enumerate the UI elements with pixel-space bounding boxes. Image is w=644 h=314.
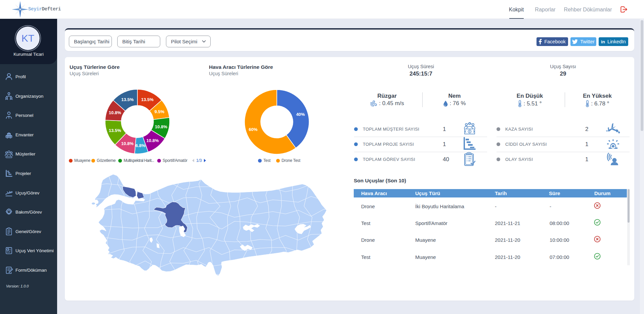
- svg-text:13.5%: 13.5%: [141, 97, 154, 102]
- svg-text:10.8%: 10.8%: [155, 124, 167, 129]
- svg-text:13.5%: 13.5%: [121, 97, 134, 102]
- svg-text:6.8%: 6.8%: [135, 143, 145, 148]
- svg-text:10.8%: 10.8%: [121, 141, 134, 146]
- svg-text:10.8%: 10.8%: [109, 110, 121, 115]
- svg-text:10.8%: 10.8%: [146, 138, 159, 143]
- svg-text:40%: 40%: [296, 112, 305, 117]
- svg-text:60%: 60%: [249, 127, 258, 132]
- svg-text:1/3: 1/3: [196, 159, 202, 163]
- svg-text:9.5%: 9.5%: [155, 109, 165, 114]
- svg-text:13.5%: 13.5%: [109, 128, 121, 133]
